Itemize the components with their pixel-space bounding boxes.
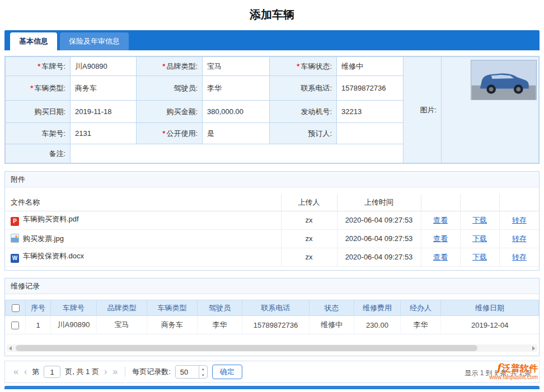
engine-number-label: 发动机号:: [270, 101, 337, 123]
download-link[interactable]: 下载: [472, 234, 487, 243]
fanpu-watermark: ƒ泛普软件 www.fanpusoft.com: [489, 362, 538, 380]
vehicle-form-table: *车牌号: 川A90890 *品牌类型: 宝马 *车辆状态: 维修中 图片:: [5, 56, 539, 163]
transfer-link[interactable]: 转存: [512, 234, 527, 243]
repair-records-panel-title: 维修记录: [5, 278, 539, 294]
upload-time: 2020-06-04 09:27:53: [337, 248, 421, 266]
download-column-header: [460, 194, 499, 211]
brand-header: 品牌类型: [97, 300, 147, 316]
transfer-link[interactable]: 转存: [512, 216, 527, 224]
image-label: 图片:: [404, 57, 442, 163]
tab-basic-info[interactable]: 基本信息: [10, 32, 57, 50]
engine-number-value: 32213: [337, 101, 404, 123]
purchase-date-value: 2019-11-18: [71, 101, 137, 123]
driver-value: 李华: [203, 76, 270, 101]
purchase-date-label: 购买日期:: [6, 101, 71, 123]
public-use-value: 是: [203, 123, 270, 144]
plate-number-value: 川A90890: [71, 57, 137, 76]
reserver-label: 预订人:: [270, 123, 337, 144]
tab-insurance-annual-info[interactable]: 保险及年审信息: [60, 32, 129, 50]
repair-cost-header: 维修费用: [354, 300, 401, 316]
horizontal-scrollbar[interactable]: [7, 344, 537, 352]
image-file-icon: [11, 234, 19, 243]
repair-cost-cell: 230.00: [354, 316, 401, 334]
prev-page-button[interactable]: ‹: [21, 367, 30, 377]
scrollbar-thumb[interactable]: [16, 345, 477, 351]
vehicle-status-value: 维修中: [337, 57, 404, 76]
download-link[interactable]: 下载: [472, 216, 487, 224]
download-link[interactable]: 下载: [472, 253, 487, 261]
status-header: 状态: [309, 300, 354, 316]
vehicle-type-value: 商务车: [71, 76, 137, 101]
spinner-up-icon[interactable]: ▲: [199, 366, 207, 372]
per-page-spinner: ▲ ▼: [199, 366, 207, 378]
vehicle-form-panel: *车牌号: 川A90890 *品牌类型: 宝马 *车辆状态: 维修中 图片:: [4, 56, 540, 164]
repair-records-panel: 维修记录 序号 车牌号 品牌类型 车辆类型 驾驶员 联系电话 状态 维修费用 经…: [4, 278, 540, 356]
handler-cell: 李华: [401, 316, 441, 334]
next-page-button[interactable]: ›: [101, 367, 110, 377]
per-page-label: 每页记录数:: [132, 367, 171, 377]
scroll-right-arrow[interactable]: [529, 344, 537, 352]
purchase-amount-label: 购买金额:: [137, 101, 203, 123]
attachments-panel-title: 附件: [5, 172, 539, 187]
vehicle-photo: [471, 60, 537, 100]
plate-number-label: *车牌号:: [6, 57, 71, 76]
frame-number-value: 2131: [71, 123, 137, 144]
per-page-input[interactable]: 50 ▲ ▼: [175, 365, 208, 379]
required-mark: *: [162, 62, 165, 70]
confirm-button[interactable]: 确定: [212, 365, 242, 379]
watermark-brand: 泛普软件: [502, 363, 538, 373]
pager-divider: [125, 367, 125, 377]
per-page-value: 50: [176, 366, 199, 378]
attachments-header-row: 文件名称 上传人 上传时间: [5, 194, 539, 211]
uploader-header: 上传人: [281, 194, 337, 211]
repair-date-header: 维修日期: [441, 300, 539, 316]
required-mark: *: [162, 129, 165, 138]
spinner-down-icon[interactable]: ▼: [199, 372, 207, 378]
attachments-panel: 附件 文件名称 上传人 上传时间 P车辆购买资料.pdf zx 2020-06-…: [4, 171, 540, 271]
transfer-link[interactable]: 转存: [512, 253, 527, 261]
repair-date-cell: 2019-12-04: [441, 316, 539, 334]
word-file-icon: W: [11, 254, 19, 263]
row-checkbox[interactable]: [11, 322, 19, 329]
repair-row: 1 川A90890 宝马 商务车 李华 15789872736 维修中 230.…: [6, 316, 539, 334]
phone-cell: 15789872736: [242, 316, 309, 334]
transfer-column-header: [499, 194, 539, 211]
attachments-table: 文件名称 上传人 上传时间 P车辆购买资料.pdf zx 2020-06-04 …: [5, 194, 539, 267]
file-name: 购买发票.jpg: [23, 234, 64, 243]
page-suffix-label: 页, 共 1 页: [65, 367, 99, 377]
first-page-button[interactable]: «: [11, 367, 21, 377]
public-use-label: *公开使用:: [137, 123, 203, 144]
required-mark: *: [297, 62, 299, 70]
last-page-button[interactable]: »: [110, 367, 120, 377]
page-title: 添加车辆: [0, 0, 544, 24]
attachment-row: 购买发票.jpg zx 2020-06-04 09:27:53 查看 下载 转存: [5, 229, 539, 248]
reserver-value: [337, 123, 404, 144]
phone-value: 15789872736: [337, 76, 404, 101]
seq-header: 序号: [26, 300, 51, 316]
select-all-cell: [6, 300, 26, 316]
select-all-checkbox[interactable]: [12, 304, 20, 312]
view-link[interactable]: 查看: [433, 216, 448, 224]
view-column-header: [421, 194, 460, 211]
phone-header: 联系电话: [242, 300, 309, 316]
status-cell: 维修中: [309, 316, 354, 334]
repair-header-row: 序号 车牌号 品牌类型 车辆类型 驾驶员 联系电话 状态 维修费用 经办人 维修…: [6, 300, 539, 316]
driver-cell: 李华: [198, 316, 242, 334]
view-link[interactable]: 查看: [433, 253, 448, 261]
upload-time-header: 上传时间: [337, 194, 421, 211]
driver-label: 驾驶员:: [137, 76, 203, 101]
add-vehicle-page: 添加车辆 基本信息 保险及年审信息 *车牌号: 川A90890 *品牌类型: 宝…: [0, 0, 544, 392]
plate-cell: 川A90890: [51, 316, 97, 334]
phone-label: 联系电话:: [270, 76, 337, 101]
uploader: zx: [281, 248, 337, 266]
seq-cell: 1: [26, 316, 51, 334]
remark-value: [71, 144, 404, 163]
page-number-input[interactable]: [44, 366, 60, 378]
form-row-1: *车牌号: 川A90890 *品牌类型: 宝马 *车辆状态: 维修中 图片:: [6, 57, 539, 76]
uploader: zx: [281, 229, 337, 248]
brand-type-value: 宝马: [203, 57, 270, 76]
file-name: 车辆投保资料.docx: [23, 252, 84, 260]
view-link[interactable]: 查看: [433, 234, 448, 243]
scroll-left-arrow[interactable]: [7, 344, 15, 352]
vehicle-status-label: *车辆状态:: [270, 57, 337, 76]
